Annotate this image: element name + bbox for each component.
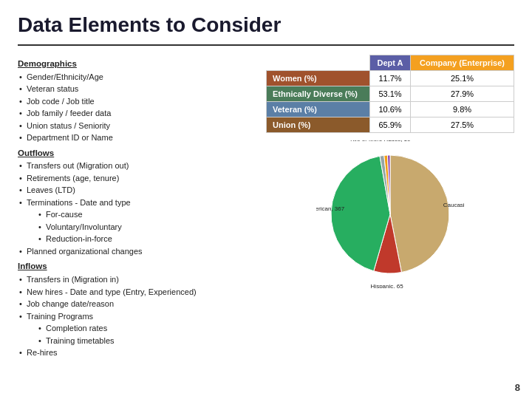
list-item: Planned organizational changes [18, 245, 254, 258]
divider [18, 44, 514, 46]
list-item: Voluntary/Involuntary [37, 221, 254, 233]
pie-label: Caucasian, 403 [443, 202, 464, 208]
pie-chart: Caucasian, 403Hispanic, 65Native America… [316, 140, 464, 288]
list-item: Department ID or Name [18, 132, 254, 144]
page-title: Data Elements to Consider [18, 13, 514, 37]
list-item: Reduction-in-force [37, 233, 254, 245]
training-sublist: Completion rates Training timetables [27, 322, 254, 347]
table-cell: 27.5% [411, 117, 514, 133]
demographics-list: Gender/Ethnicity/Age Veteran status Job … [18, 71, 254, 144]
list-item: Job change date/reason [18, 298, 254, 310]
list-item: Completion rates [37, 322, 254, 335]
terminations-sublist: For-cause Voluntary/Involuntary Reductio… [27, 208, 254, 245]
list-item: Training timetables [37, 335, 254, 347]
table-header-empty [267, 55, 370, 71]
pie-label: Native American, 367 [316, 205, 345, 212]
pie-label: Hispanic, 65 [371, 283, 404, 288]
table-header-company: Company (Enterprise) [411, 55, 514, 71]
list-item: Job code / Job title [18, 95, 254, 108]
list-item: Transfers out (Migration out) [18, 160, 254, 172]
table-cell: Ethnically Diverse (%) [267, 86, 370, 102]
table-cell: 65.9% [369, 117, 410, 133]
list-item: Retirements (age, tenure) [18, 172, 254, 185]
list-item: For-cause [37, 208, 254, 221]
list-item: Terminations - Date and type For-cause V… [18, 197, 254, 245]
left-panel: Demographics Gender/Ethnicity/Age Vetera… [18, 55, 254, 390]
right-panel: Dept A Company (Enterprise) Women (%)11.… [266, 55, 514, 390]
page-number: 8 [515, 382, 520, 393]
content-area: Demographics Gender/Ethnicity/Age Vetera… [18, 55, 514, 390]
inflows-heading: Inflows [18, 260, 254, 273]
list-item: Re-hires [18, 347, 254, 359]
table-header-dept-a: Dept A [369, 55, 410, 71]
list-item: Training Programs Completion rates Train… [18, 310, 254, 347]
outflows-heading: Outflows [18, 147, 254, 160]
table-cell: Union (%) [267, 117, 370, 133]
table-cell: 53.1% [369, 86, 410, 102]
page: Data Elements to Consider Demographics G… [0, 0, 532, 399]
list-item: Job family / feeder data [18, 107, 254, 120]
list-item: Leaves (LTD) [18, 184, 254, 197]
list-item: Transfers in (Migration in) [18, 273, 254, 286]
table-cell: 10.6% [369, 102, 410, 117]
outflows-list: Transfers out (Migration out) Retirement… [18, 160, 254, 257]
table-cell: Women (%) [267, 71, 370, 86]
list-item: Union status / Seniority [18, 120, 254, 132]
list-item: Gender/Ethnicity/Age [18, 71, 254, 83]
table-cell: 25.1% [411, 71, 514, 86]
list-item: New hires - Date and type (Entry, Experi… [18, 286, 254, 299]
table-cell: 27.9% [411, 86, 514, 102]
list-item: Veteran status [18, 83, 254, 95]
pie-segment [390, 155, 449, 273]
inflows-list: Transfers in (Migration in) New hires - … [18, 273, 254, 359]
table-cell: 11.7% [369, 71, 410, 86]
demographics-heading: Demographics [18, 58, 254, 70]
table-cell: 9.8% [411, 102, 514, 117]
pie-chart-container: Caucasian, 403Hispanic, 65Native America… [316, 140, 464, 288]
table-cell: Veteran (%) [267, 102, 370, 117]
pie-label: Black, 6 [378, 140, 400, 142]
data-table: Dept A Company (Enterprise) Women (%)11.… [266, 55, 514, 133]
